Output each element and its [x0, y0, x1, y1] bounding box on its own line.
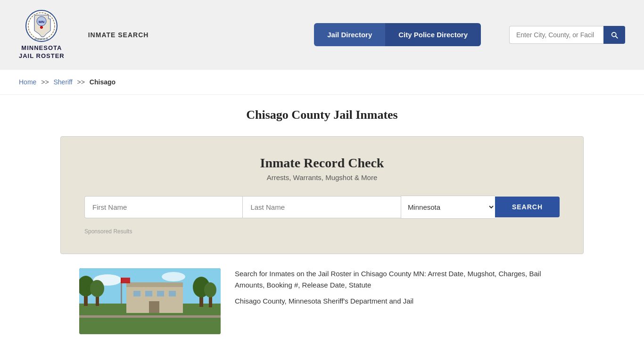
- breadcrumb: Home >> Sheriff >> Chisago: [0, 70, 644, 95]
- site-logo-link[interactable]: MINNESOTA MN MINNESOTA JAIL ROSTER: [19, 9, 65, 60]
- svg-rect-27: [121, 278, 130, 283]
- svg-rect-16: [133, 291, 140, 296]
- sponsored-label: Sponsored Results: [84, 228, 560, 235]
- header-search-area: [509, 26, 625, 44]
- breadcrumb-sheriff[interactable]: Sheriff: [54, 78, 73, 86]
- svg-rect-19: [169, 291, 176, 296]
- city-police-directory-button[interactable]: City Police Directory: [385, 23, 481, 46]
- content-section: Search for Inmates on the Jail Roster in…: [60, 268, 584, 353]
- header-search-input[interactable]: [509, 26, 603, 44]
- header-search-button[interactable]: [603, 26, 625, 44]
- state-select[interactable]: AlabamaAlaskaArizonaArkansasCaliforniaCo…: [401, 196, 495, 219]
- svg-rect-15: [126, 282, 183, 287]
- facility-image-svg: [79, 268, 221, 334]
- svg-text:MN: MN: [39, 20, 45, 24]
- svg-rect-17: [145, 291, 152, 296]
- site-header: MINNESOTA MN MINNESOTA JAIL ROSTER INMAT…: [0, 0, 644, 70]
- page-title: Chisago County Jail Inmates: [0, 95, 644, 132]
- breadcrumb-current: Chisago: [90, 78, 116, 86]
- content-description-2: Chisago County, Minnesota Sheriff's Depa…: [235, 296, 565, 307]
- breadcrumb-sep-1: >>: [41, 78, 49, 86]
- content-text: Search for Inmates on the Jail Roster in…: [235, 268, 565, 312]
- record-check-title: Inmate Record Check: [84, 156, 560, 171]
- svg-point-13: [90, 280, 104, 297]
- breadcrumb-sep-2: >>: [77, 78, 85, 86]
- jail-directory-button[interactable]: Jail Directory: [314, 23, 385, 46]
- svg-rect-18: [157, 291, 164, 296]
- svg-rect-21: [79, 315, 221, 318]
- svg-text:MINNESOTA: MINNESOTA: [35, 38, 49, 41]
- record-check-subtitle: Arrests, Warrants, Mugshot & More: [84, 173, 560, 181]
- svg-rect-20: [149, 301, 159, 313]
- nav-buttons: Jail Directory City Police Directory: [314, 23, 481, 46]
- logo-text: MINNESOTA JAIL ROSTER: [19, 44, 65, 60]
- content-description-1: Search for Inmates on the Jail Roster in…: [235, 268, 565, 291]
- svg-point-1: [40, 26, 43, 29]
- record-check-box: Inmate Record Check Arrests, Warrants, M…: [60, 136, 584, 254]
- search-icon: [610, 31, 619, 39]
- site-logo-image: MINNESOTA MN: [25, 9, 58, 42]
- breadcrumb-home[interactable]: Home: [19, 78, 36, 86]
- inmate-search-link[interactable]: INMATE SEARCH: [88, 31, 149, 39]
- record-search-button[interactable]: SEARCH: [495, 197, 560, 217]
- svg-point-8: [162, 272, 185, 281]
- record-check-form: AlabamaAlaskaArizonaArkansasCaliforniaCo…: [84, 196, 560, 219]
- svg-point-25: [204, 282, 216, 297]
- last-name-input[interactable]: [242, 196, 400, 218]
- first-name-input[interactable]: [84, 196, 242, 218]
- facility-image: [79, 268, 221, 334]
